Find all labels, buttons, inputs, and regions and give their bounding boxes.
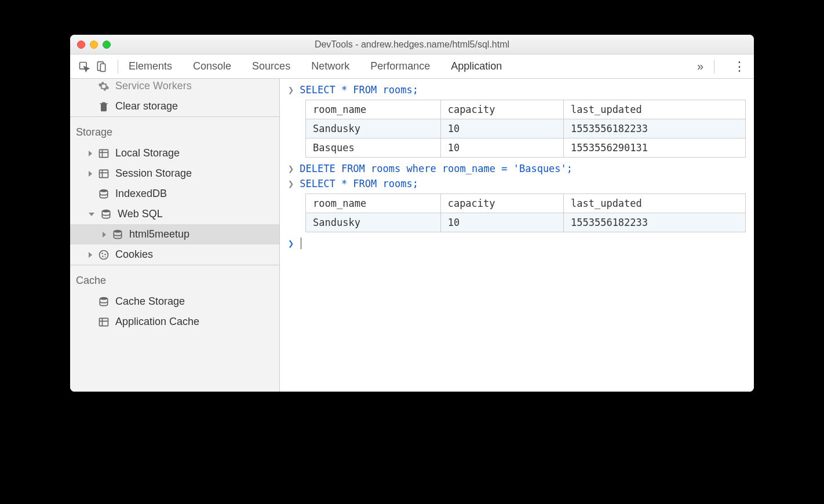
sql-query-text: SELECT * FROM rooms;: [300, 84, 418, 96]
tab-console[interactable]: Console: [193, 56, 231, 77]
sidebar-item-cookies[interactable]: Cookies: [70, 244, 279, 265]
table-icon: [98, 148, 110, 159]
svg-point-14: [104, 253, 106, 255]
panel-body: Service Workers Clear storage Storage Lo…: [70, 79, 754, 392]
caret-icon: ❯: [288, 84, 294, 96]
table-cell: 10: [440, 213, 563, 232]
table-icon: [98, 316, 110, 328]
table-row: Sandusky101553556182233: [306, 119, 746, 138]
device-toggle-icon[interactable]: [96, 61, 107, 72]
prompt-caret-icon: ❯: [288, 238, 294, 249]
sidebar-item-label: Session Storage: [115, 167, 192, 180]
sidebar-item-application-cache[interactable]: Application Cache: [70, 312, 279, 332]
table-header: capacity: [440, 194, 563, 213]
caret-icon: ❯: [288, 163, 294, 174]
sidebar-item-indexeddb[interactable]: IndexedDB: [70, 184, 279, 204]
table-cell: Sandusky: [306, 119, 441, 138]
sidebar-item-label: html5meetup: [129, 228, 189, 240]
expand-arrow-icon: [89, 151, 92, 156]
sidebar-item-label: Application Cache: [115, 316, 199, 328]
devtools-window: DevTools - andrew.hedges.name/html5/sql.…: [70, 35, 754, 392]
svg-rect-6: [100, 170, 108, 177]
sidebar-item-service-workers[interactable]: Service Workers: [70, 79, 279, 96]
sql-console: ❯SELECT * FROM rooms;room_namecapacityla…: [280, 79, 754, 392]
sidebar-item-cache-storage[interactable]: Cache Storage: [70, 291, 279, 312]
sidebar-item-label: Cache Storage: [115, 295, 185, 308]
db-icon: [98, 188, 110, 200]
sidebar-section-storage: Storage: [70, 116, 279, 143]
query-row: ❯DELETE FROM rooms where room_name = 'Ba…: [288, 161, 746, 176]
result-table: room_namecapacitylast_updatedSandusky101…: [305, 100, 746, 158]
cookie-icon: [98, 249, 110, 261]
expand-arrow-icon: [89, 213, 94, 216]
sidebar-item-label: Service Workers: [115, 80, 192, 92]
svg-point-12: [100, 250, 108, 259]
application-sidebar: Service Workers Clear storage Storage Lo…: [70, 79, 280, 392]
toolbar-separator: [118, 60, 118, 74]
svg-point-15: [102, 255, 104, 257]
devtools-toolbar: Elements Console Sources Network Perform…: [70, 54, 754, 79]
svg-point-9: [100, 189, 107, 192]
expand-arrow-icon: [89, 171, 92, 177]
svg-point-17: [100, 297, 107, 300]
sql-query-text: SELECT * FROM rooms;: [300, 178, 418, 189]
table-cell: 1553556182233: [563, 119, 745, 138]
expand-arrow-icon: [89, 252, 92, 258]
db-icon: [100, 209, 112, 220]
table-cell: 10: [440, 138, 563, 158]
gear-icon: [98, 81, 110, 92]
table-header: last_updated: [563, 100, 745, 119]
sidebar-item-label: Cookies: [115, 249, 153, 261]
panel-tabs: Elements Console Sources Network Perform…: [129, 56, 691, 77]
sidebar-section-cache: Cache: [70, 265, 279, 291]
table-header: room_name: [306, 100, 441, 119]
table-cell: 1553556290131: [563, 138, 745, 158]
sidebar-item-label: IndexedDB: [115, 188, 167, 200]
tab-elements[interactable]: Elements: [129, 56, 172, 77]
svg-point-16: [105, 256, 106, 257]
text-cursor: [301, 238, 301, 249]
query-row: ❯SELECT * FROM rooms;: [288, 176, 746, 191]
window-title: DevTools - andrew.hedges.name/html5/sql.…: [70, 39, 754, 50]
inspect-icon[interactable]: [78, 61, 90, 72]
table-header: room_name: [306, 194, 441, 213]
table-row: Basques101553556290131: [306, 138, 746, 158]
svg-point-11: [114, 229, 121, 232]
sidebar-item-local-storage[interactable]: Local Storage: [70, 143, 279, 163]
sidebar-item-label: Web SQL: [118, 208, 163, 220]
more-tabs-button[interactable]: »: [697, 60, 703, 73]
query-row: ❯SELECT * FROM rooms;: [288, 82, 746, 97]
table-header: last_updated: [563, 194, 745, 213]
tab-sources[interactable]: Sources: [252, 56, 290, 77]
sidebar-item-session-storage[interactable]: Session Storage: [70, 163, 279, 184]
table-cell: 1553556182233: [563, 213, 745, 232]
titlebar: DevTools - andrew.hedges.name/html5/sql.…: [70, 35, 754, 54]
svg-rect-2: [100, 64, 105, 71]
table-cell: 10: [440, 119, 563, 138]
tab-network[interactable]: Network: [311, 56, 349, 77]
svg-rect-3: [100, 149, 108, 157]
table-row: Sandusky101553556182233: [306, 213, 746, 232]
svg-point-13: [101, 253, 103, 254]
sidebar-item-clear-storage[interactable]: Clear storage: [70, 96, 279, 116]
sql-query-text: DELETE FROM rooms where room_name = 'Bas…: [300, 163, 573, 174]
table-cell: Sandusky: [306, 213, 441, 232]
sidebar-item-label: Clear storage: [115, 100, 178, 112]
table-header: capacity: [440, 100, 563, 119]
sidebar-item-label: Local Storage: [115, 147, 180, 159]
tab-performance[interactable]: Performance: [370, 56, 430, 77]
sidebar-item-html5meetup[interactable]: html5meetup: [70, 224, 279, 244]
db-icon: [98, 296, 110, 308]
db-icon: [112, 229, 123, 240]
svg-rect-18: [100, 318, 108, 326]
toolbar-separator: [714, 60, 714, 74]
trash-icon: [98, 101, 110, 112]
table-icon: [98, 168, 110, 180]
settings-menu-button[interactable]: ⋮: [733, 59, 746, 74]
sidebar-item-web-sql[interactable]: Web SQL: [70, 204, 279, 224]
result-table: room_namecapacitylast_updatedSandusky101…: [305, 193, 746, 232]
svg-point-10: [102, 209, 110, 212]
expand-arrow-icon: [103, 232, 106, 238]
sql-prompt[interactable]: ❯: [288, 236, 746, 251]
table-cell: Basques: [306, 138, 441, 158]
